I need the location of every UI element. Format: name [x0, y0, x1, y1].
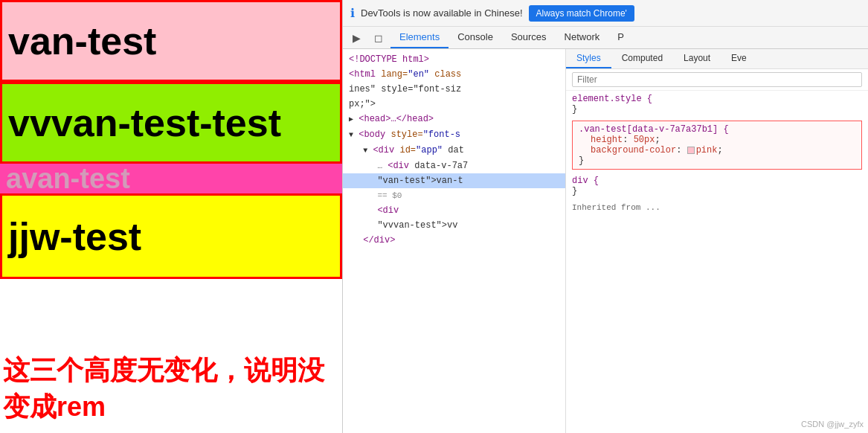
div-css-rule: div { } — [572, 176, 862, 196]
styles-filter-input[interactable] — [572, 72, 862, 87]
dom-line: <html lang="en" class — [343, 67, 565, 82]
avan-test-row: avan-test — [0, 164, 342, 193]
devtools-infobar-text: DevTools is now available in Chinese! — [361, 7, 523, 19]
dom-line: <!DOCTYPE html> — [343, 52, 565, 67]
dom-line: ines" style="font-siz — [343, 82, 565, 97]
left-panel: van-test vvvan-test-test avan-test jjw-t… — [0, 0, 342, 433]
color-swatch-pink — [687, 147, 695, 154]
devtools-tab-bar: ▶ ◻ Elements Console Sources Network P — [343, 27, 868, 49]
cursor-icon[interactable]: ▶ — [346, 28, 367, 48]
subtab-layout[interactable]: Layout — [673, 49, 721, 68]
inherited-label: Inherited from ... — [572, 202, 862, 213]
jjw-test-box: jjw-test — [0, 193, 342, 279]
element-style-rule: element.style { } — [572, 94, 862, 115]
bottom-annotation: 这三个高度无变化，说明没变成rem — [0, 353, 342, 426]
subtab-styles[interactable]: Styles — [566, 49, 611, 68]
csdn-watermark: CSDN @jjw_zyfx — [801, 420, 864, 429]
subtab-computed[interactable]: Computed — [611, 49, 673, 68]
styles-body: element.style { } .van-test[data-v-7a7a3… — [566, 91, 868, 433]
dom-line: == $0 — [343, 188, 565, 203]
dom-panel: <!DOCTYPE html> <html lang="en" class in… — [343, 49, 566, 433]
dom-line: ▼ <body style="font-s — [343, 127, 565, 143]
styles-filter — [566, 69, 868, 91]
vvvan-test-box: vvvan-test-test — [0, 82, 342, 164]
styles-panel: Styles Computed Layout Eve element.style… — [566, 49, 868, 433]
highlighted-css-rule: .van-test[data-v-7a7a37b1] { height: 50p… — [572, 121, 862, 170]
dom-line: "vvvan-test">vv — [343, 218, 565, 233]
dom-line: <div — [343, 203, 565, 218]
tab-sources[interactable]: Sources — [502, 27, 556, 48]
devtools-content: <!DOCTYPE html> <html lang="en" class in… — [343, 49, 868, 433]
styles-subtabs: Styles Computed Layout Eve — [566, 49, 868, 69]
info-icon: ℹ — [350, 6, 355, 20]
tab-network[interactable]: Network — [556, 27, 609, 48]
tab-elements[interactable]: Elements — [390, 27, 449, 48]
van-test-label: van-test — [8, 19, 156, 63]
dom-line: ▶ <head>…</head> — [343, 112, 565, 127]
dom-line: </div> — [343, 233, 565, 248]
vvvan-test-label: vvvan-test-test — [8, 100, 281, 145]
dom-line: … <div data-v-7a7 — [343, 158, 565, 173]
dom-line: px;"> — [343, 97, 565, 112]
devtools-panel: ℹ DevTools is now available in Chinese! … — [342, 0, 868, 433]
van-test-box: van-test — [0, 0, 342, 82]
devtools-infobar: ℹ DevTools is now available in Chinese! … — [343, 0, 868, 27]
subtab-event[interactable]: Eve — [721, 49, 757, 68]
dom-line-selected[interactable]: "van-test">van-t — [343, 173, 565, 188]
dom-line: ▼ <div id="app" dat — [343, 143, 565, 158]
match-chrome-button[interactable]: Always match Chrome' — [529, 5, 634, 22]
inspect-icon[interactable]: ◻ — [368, 28, 389, 48]
jjw-test-label: jjw-test — [8, 214, 141, 259]
tab-more[interactable]: P — [608, 27, 633, 48]
tab-console[interactable]: Console — [449, 27, 502, 48]
avan-test-label: avan-test — [6, 163, 130, 195]
